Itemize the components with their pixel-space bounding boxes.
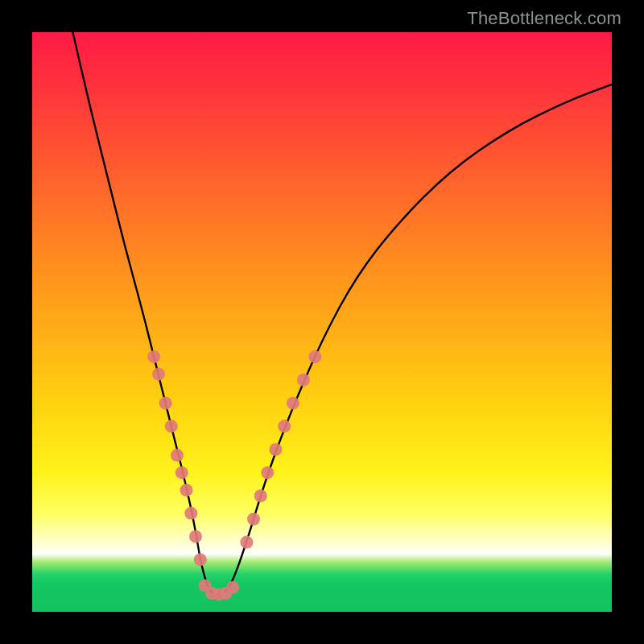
marker-dot	[152, 368, 165, 381]
marker-dot	[269, 443, 282, 456]
data-markers	[147, 350, 321, 601]
chart-svg	[32, 32, 612, 612]
chart-frame: TheBottleneck.com	[0, 0, 644, 644]
marker-dot	[240, 536, 253, 549]
marker-dot	[297, 374, 310, 386]
marker-dot	[247, 513, 260, 526]
marker-dot	[147, 350, 160, 363]
marker-dot	[287, 397, 299, 410]
marker-dot	[184, 507, 197, 520]
curve-line	[72, 32, 612, 594]
marker-dot	[165, 420, 178, 433]
marker-dot	[159, 397, 172, 410]
marker-dot	[194, 553, 207, 566]
marker-dot	[261, 466, 274, 479]
marker-dot	[180, 484, 193, 497]
marker-dot	[189, 530, 202, 543]
marker-dot	[278, 420, 291, 433]
marker-dot	[308, 350, 321, 363]
curve-path	[72, 32, 612, 594]
plot-area	[32, 32, 612, 612]
marker-dot	[175, 466, 188, 479]
marker-dot	[226, 581, 239, 594]
marker-dot	[254, 489, 267, 502]
watermark-text: TheBottleneck.com	[467, 8, 621, 29]
marker-dot	[171, 449, 184, 462]
